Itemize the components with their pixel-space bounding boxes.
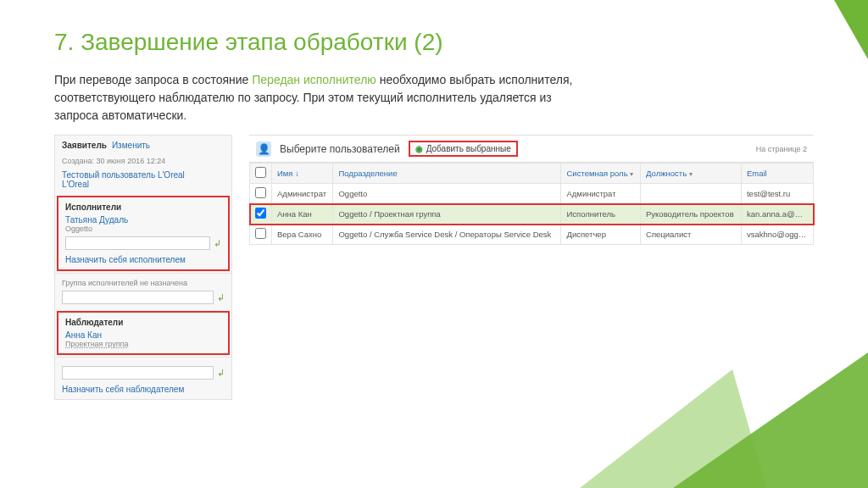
plus-icon: ◉ (415, 144, 423, 153)
observer-name[interactable]: Анна Кан (65, 330, 221, 340)
col-position[interactable]: Должность ▾ (641, 164, 742, 184)
loreal-link[interactable]: L'Oreal (62, 180, 225, 189)
row-checkbox[interactable] (255, 228, 266, 239)
observers-label: Наблюдатели (65, 318, 221, 327)
cell-role: Исполнитель (561, 204, 641, 225)
group-input[interactable] (62, 291, 214, 304)
observer-group: Проектная группа (65, 340, 221, 348)
cell-position: Специалист (641, 225, 742, 245)
cell-dept: Oggetto / Проектная группа (333, 204, 561, 225)
executor-org: Oggetto (65, 225, 221, 233)
executor-name[interactable]: Татьяна Дудаль (65, 215, 221, 225)
created-date: Создана: 30 июня 2016 12:24 (62, 157, 225, 165)
cell-dept: Oggetto / Служба Service Desk / Оператор… (333, 225, 561, 245)
test-user-link[interactable]: Тестовый пользователь L'Oreal (62, 170, 225, 180)
group-unassigned: Группа исполнителей не назначена (62, 279, 225, 287)
cell-email: kan.anna.a@… (741, 204, 813, 225)
cell-email: test@test.ru (741, 184, 813, 204)
add-group-icon[interactable]: ↲ (217, 292, 225, 303)
add-selected-label: Добавить выбранные (426, 144, 511, 153)
choose-users-title: Выберите пользователей (280, 143, 400, 155)
executor-input[interactable] (65, 236, 210, 250)
desc-highlight: Передан исполнителю (252, 73, 376, 86)
cell-position (641, 184, 742, 204)
users-table: Имя ↓ Подразделение Системная роль ▾ Дол… (249, 163, 814, 245)
table-row[interactable]: Администрат Oggetto Администрат test@tes… (250, 184, 814, 204)
request-side-panel: Заявитель Изменить Создана: 30 июня 2016… (54, 135, 232, 400)
add-selected-button[interactable]: ◉ Добавить выбранные (409, 141, 518, 157)
slide-description: При переводе запроса в состояние Передан… (54, 71, 597, 125)
executors-label: Исполнители (65, 202, 221, 212)
user-picker-panel: 👤 Выберите пользователей ◉ Добавить выбр… (249, 135, 814, 245)
row-checkbox[interactable] (255, 187, 266, 198)
cell-role: Диспетчер (561, 225, 641, 245)
cell-position: Руководитель проектов (641, 204, 742, 225)
assign-self-observer-link[interactable]: Назначить себя наблюдателем (62, 385, 225, 394)
col-name[interactable]: Имя ↓ (272, 164, 333, 184)
select-all-checkbox[interactable] (255, 167, 266, 178)
cell-name: Администрат (272, 184, 333, 204)
user-icon: 👤 (256, 141, 271, 157)
observer-input[interactable] (62, 366, 214, 380)
table-row[interactable]: Вера Сахно Oggetto / Служба Service Desk… (250, 225, 814, 245)
col-role[interactable]: Системная роль ▾ (561, 164, 641, 184)
desc-pre: При переводе запроса в состояние (54, 73, 252, 86)
cell-name: Анна Кан (272, 204, 333, 225)
col-dept[interactable]: Подразделение (333, 164, 561, 184)
col-email[interactable]: Email (741, 164, 813, 184)
add-executor-icon[interactable]: ↲ (214, 238, 221, 249)
cell-email: vsakhno@ogg… (741, 225, 813, 245)
add-observer-icon[interactable]: ↲ (217, 368, 225, 379)
row-checkbox[interactable] (255, 208, 266, 219)
cell-dept: Oggetto (333, 184, 561, 204)
cell-role: Администрат (561, 184, 641, 204)
per-page-label: На странице 2 (756, 145, 807, 153)
assign-self-executor-link[interactable]: Назначить себя исполнителем (65, 255, 221, 264)
table-row[interactable]: Анна Кан Oggetto / Проектная группа Испо… (250, 204, 814, 225)
change-link[interactable]: Изменить (112, 141, 150, 150)
slide-title: 7. Завершение этапа обработки (2) (54, 29, 814, 56)
applicant-label: Заявитель (62, 141, 107, 150)
cell-name: Вера Сахно (272, 225, 333, 245)
